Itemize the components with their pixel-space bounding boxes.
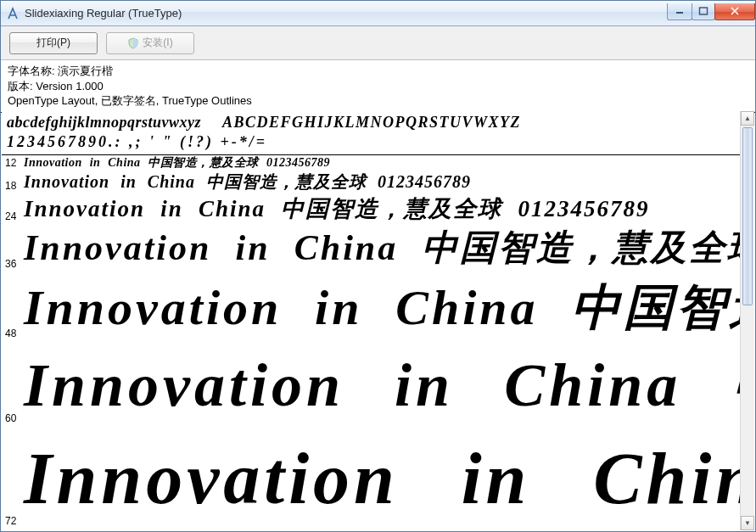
- preview-area: abcdefghijklmnopqrstuvwxyz ABCDEFGHIJKLM…: [2, 111, 754, 530]
- install-button[interactable]: 安装(I): [106, 32, 194, 54]
- print-button-label: 打印(P): [36, 36, 70, 50]
- sample-text: Innovation in China 中国智造，慧及全球 0123456789: [24, 224, 740, 272]
- sample-row-24: 24 Innovation in China 中国智造，慧及全球 0123456…: [2, 193, 740, 224]
- sample-row-60: 60 Innovation in China 中国智造，慧及全球 0123456…: [2, 344, 740, 426]
- charset-lower: abcdefghijklmnopqrstuvwxyz: [7, 114, 201, 131]
- sample-text: Innovation in China 中国智造，慧及全球 0123456789: [24, 344, 740, 426]
- scroll-up-button[interactable]: ▲: [741, 111, 754, 126]
- font-name-line: 字体名称: 演示夏行楷: [8, 64, 748, 79]
- charset-row-symbols: 1234567890.: ,; ' " (!?) +-*/=: [7, 132, 735, 152]
- sample-row-72: 72 Innovation in China 中国智造，慧及全球 0123456…: [2, 429, 740, 529]
- window-title: Slidexiaxing Regular (TrueType): [25, 7, 668, 20]
- sample-text: Innovation in China 中国智造，慧及全球 0123456789: [24, 171, 471, 193]
- size-label: 60: [5, 412, 24, 426]
- font-version-line: 版本: Version 1.000: [8, 79, 748, 94]
- sample-row-36: 36 Innovation in China 中国智造，慧及全球 0123456…: [2, 224, 740, 272]
- size-label: 48: [5, 328, 24, 341]
- sample-row-48: 48 Innovation in China 中国智造，慧及全球 0123456…: [2, 275, 740, 341]
- toolbar: 打印(P) 安装(I): [1, 26, 755, 60]
- charset-block: abcdefghijklmnopqrstuvwxyz ABCDEFGHIJKLM…: [2, 111, 740, 155]
- maximize-button[interactable]: [692, 3, 715, 20]
- font-features-line: OpenType Layout, 已数字签名, TrueType Outline…: [8, 93, 748, 109]
- sample-text: Innovation in China 中国智造，慧及全球 0123456789: [24, 275, 740, 341]
- vertical-scrollbar[interactable]: ▲ ▼: [740, 111, 754, 530]
- scroll-down-button[interactable]: ▼: [741, 516, 754, 530]
- font-info: 字体名称: 演示夏行楷 版本: Version 1.000 OpenType L…: [1, 60, 755, 113]
- minimize-button[interactable]: [667, 3, 692, 20]
- sample-text: Innovation in China 中国智造，慧及全球 0123456789: [24, 155, 330, 171]
- size-label: 18: [5, 180, 24, 193]
- app-icon: [6, 7, 20, 20]
- size-label: 12: [5, 157, 24, 171]
- svg-rect-1: [700, 8, 708, 14]
- size-label: 36: [5, 258, 24, 272]
- install-button-label: 安装(I): [143, 36, 172, 50]
- scrollbar-thumb[interactable]: [742, 127, 753, 305]
- window-controls: [668, 3, 755, 20]
- charset-upper: ABCDEFGHIJKLMNOPQRSTUVWXYZ: [222, 114, 521, 131]
- sample-list: 12 Innovation in China 中国智造，慧及全球 0123456…: [2, 155, 740, 529]
- sample-text: Innovation in China 中国智造，慧及全球 0123456789: [24, 193, 649, 224]
- size-label: 72: [5, 515, 24, 529]
- sample-row-12: 12 Innovation in China 中国智造，慧及全球 0123456…: [2, 155, 740, 171]
- size-label: 24: [5, 210, 24, 224]
- titlebar: Slidexiaxing Regular (TrueType): [1, 1, 755, 26]
- sample-row-18: 18 Innovation in China 中国智造，慧及全球 0123456…: [2, 171, 740, 193]
- svg-rect-0: [676, 12, 683, 14]
- sample-text: Innovation in China 中国智造，慧及全球 0123456789: [24, 429, 740, 529]
- close-button[interactable]: [714, 3, 755, 20]
- shield-icon: [127, 37, 139, 49]
- print-button[interactable]: 打印(P): [9, 32, 98, 54]
- charset-row-alpha: abcdefghijklmnopqrstuvwxyz ABCDEFGHIJKLM…: [7, 113, 735, 132]
